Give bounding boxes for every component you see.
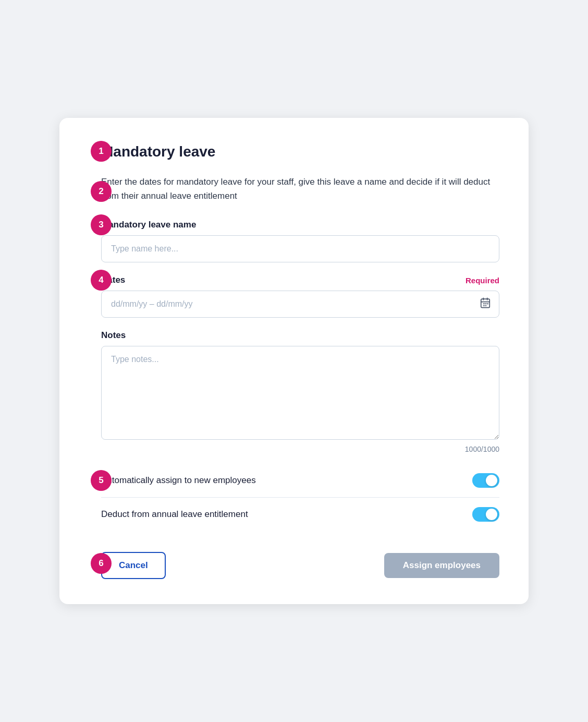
- toggle-divider: [101, 497, 499, 498]
- step-1-badge: 1: [91, 141, 112, 162]
- notes-section: Notes 1000/1000: [101, 330, 499, 453]
- mandatory-leave-card: 1 Mandatory leave 2 Enter the dates for …: [59, 118, 529, 605]
- auto-assign-label: Automatically assign to new employees: [101, 475, 256, 486]
- step-5-badge: 5: [91, 470, 112, 491]
- dates-required: Required: [466, 276, 499, 285]
- deduct-toggle[interactable]: [472, 507, 499, 522]
- dates-input[interactable]: [101, 291, 499, 318]
- date-input-wrapper: [101, 291, 499, 318]
- leave-name-label-row: 3 Mandatory leave name: [101, 220, 499, 230]
- auto-assign-slider: [472, 473, 499, 488]
- description-text: Enter the dates for mandatory leave for …: [101, 175, 499, 203]
- leave-name-section: 3 Mandatory leave name: [101, 220, 499, 262]
- auto-assign-row: 5 Automatically assign to new employees: [101, 466, 499, 495]
- button-row: 6 Cancel Assign employees: [101, 548, 499, 579]
- deduct-row: Deduct from annual leave entitlement: [101, 500, 499, 529]
- dates-label-row: 4 Dates Required: [101, 275, 499, 285]
- deduct-slider: [472, 507, 499, 522]
- step-2-badge: 2: [91, 181, 112, 202]
- auto-assign-toggle[interactable]: [472, 473, 499, 488]
- notes-label: Notes: [101, 330, 499, 341]
- step-6-badge: 6: [91, 553, 112, 574]
- assign-employees-button[interactable]: Assign employees: [384, 553, 499, 578]
- char-count: 1000/1000: [101, 445, 499, 453]
- leave-name-label: Mandatory leave name: [101, 220, 196, 230]
- calendar-icon: [480, 297, 491, 311]
- leave-name-input[interactable]: [101, 235, 499, 262]
- step-4-badge: 4: [91, 270, 112, 291]
- deduct-label: Deduct from annual leave entitlement: [101, 509, 248, 520]
- page-title: Mandatory leave: [101, 143, 499, 161]
- step-3-badge: 3: [91, 214, 112, 235]
- notes-textarea[interactable]: [101, 346, 499, 440]
- dates-section: 4 Dates Required: [101, 275, 499, 318]
- svg-rect-0: [481, 299, 490, 308]
- toggles-section: 5 Automatically assign to new employees …: [101, 466, 499, 529]
- title-section: 1 Mandatory leave: [101, 143, 499, 161]
- description-section: 2 Enter the dates for mandatory leave fo…: [101, 175, 499, 203]
